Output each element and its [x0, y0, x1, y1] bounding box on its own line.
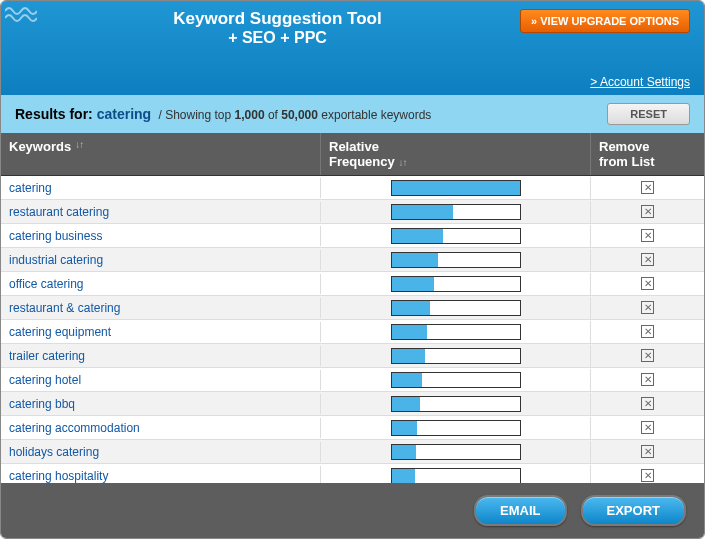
column-header-frequency[interactable]: Relative Frequency ↓↑: [321, 133, 591, 175]
remove-icon[interactable]: ✕: [641, 253, 654, 266]
remove-cell: ✕: [591, 418, 704, 437]
view-upgrade-button[interactable]: » VIEW UPGRADE OPTIONS: [520, 9, 690, 33]
remove-cell: ✕: [591, 442, 704, 461]
remove-icon[interactable]: ✕: [641, 445, 654, 458]
frequency-cell: [321, 201, 591, 223]
frequency-bar-fill: [392, 301, 430, 315]
frequency-bar-fill: [392, 181, 520, 195]
column-keywords-label: Keywords: [9, 139, 71, 154]
keyword-cell[interactable]: trailer catering: [1, 346, 321, 366]
sort-arrows-icon[interactable]: ↓↑: [398, 157, 406, 168]
app-window: Keyword Suggestion Tool + SEO + PPC » VI…: [0, 0, 705, 539]
remove-icon[interactable]: ✕: [641, 325, 654, 338]
frequency-bar-fill: [392, 205, 453, 219]
export-button[interactable]: EXPORT: [581, 495, 686, 526]
frequency-bar-fill: [392, 349, 425, 363]
frequency-bar-fill: [392, 253, 438, 267]
remove-cell: ✕: [591, 202, 704, 221]
results-term: catering: [97, 106, 151, 122]
frequency-bar-fill: [392, 469, 415, 483]
app-title: Keyword Suggestion Tool + SEO + PPC: [45, 9, 510, 47]
remove-icon[interactable]: ✕: [641, 229, 654, 242]
table-row: industrial catering✕: [1, 248, 704, 272]
keyword-cell[interactable]: catering bbq: [1, 394, 321, 414]
keyword-cell[interactable]: catering accommodation: [1, 418, 321, 438]
table-row: holidays catering✕: [1, 440, 704, 464]
keyword-cell[interactable]: restaurant & catering: [1, 298, 321, 318]
frequency-bar: [391, 276, 521, 292]
frequency-bar: [391, 324, 521, 340]
remove-cell: ✕: [591, 370, 704, 389]
column-header-keywords[interactable]: Keywords ↓↑: [1, 133, 321, 175]
keyword-cell[interactable]: industrial catering: [1, 250, 321, 270]
frequency-cell: [321, 297, 591, 319]
email-button[interactable]: EMAIL: [474, 495, 566, 526]
frequency-cell: [321, 249, 591, 271]
remove-cell: ✕: [591, 298, 704, 317]
column-freq-label1: Relative: [329, 139, 379, 154]
frequency-cell: [321, 369, 591, 391]
keyword-cell[interactable]: office catering: [1, 274, 321, 294]
remove-icon[interactable]: ✕: [641, 397, 654, 410]
frequency-bar: [391, 300, 521, 316]
keyword-cell[interactable]: catering business: [1, 226, 321, 246]
header: Keyword Suggestion Tool + SEO + PPC » VI…: [1, 1, 704, 95]
results-subtext: / Showing top 1,000 of 50,000 exportable…: [155, 108, 431, 122]
keyword-cell[interactable]: holidays catering: [1, 442, 321, 462]
frequency-cell: [321, 273, 591, 295]
remove-icon[interactable]: ✕: [641, 181, 654, 194]
frequency-cell: [321, 417, 591, 439]
frequency-cell: [321, 465, 591, 484]
column-remove-label1: Remove: [599, 139, 650, 154]
table-row: catering bbq✕: [1, 392, 704, 416]
remove-icon[interactable]: ✕: [641, 349, 654, 362]
remove-cell: ✕: [591, 322, 704, 341]
keyword-cell[interactable]: catering hospitality: [1, 466, 321, 484]
remove-icon[interactable]: ✕: [641, 277, 654, 290]
remove-cell: ✕: [591, 274, 704, 293]
keyword-cell[interactable]: catering hotel: [1, 370, 321, 390]
column-header-remove: Remove from List: [591, 133, 704, 175]
frequency-bar: [391, 348, 521, 364]
frequency-bar-fill: [392, 325, 428, 339]
frequency-bar-fill: [392, 229, 443, 243]
table-body[interactable]: catering✕restaurant catering✕catering bu…: [1, 176, 704, 483]
table-row: restaurant & catering✕: [1, 296, 704, 320]
frequency-bar-fill: [392, 445, 416, 459]
logo-wave-icon: [5, 5, 37, 25]
footer: EMAIL EXPORT: [1, 483, 704, 538]
account-settings-link[interactable]: > Account Settings: [15, 75, 690, 89]
table-row: restaurant catering✕: [1, 200, 704, 224]
remove-icon[interactable]: ✕: [641, 301, 654, 314]
remove-icon[interactable]: ✕: [641, 205, 654, 218]
sort-arrows-icon[interactable]: ↓↑: [75, 139, 83, 150]
results-label: Results for:: [15, 106, 97, 122]
keyword-cell[interactable]: catering: [1, 178, 321, 198]
frequency-bar-fill: [392, 421, 418, 435]
keyword-cell[interactable]: catering equipment: [1, 322, 321, 342]
remove-cell: ✕: [591, 250, 704, 269]
frequency-cell: [321, 321, 591, 343]
table-row: catering✕: [1, 176, 704, 200]
frequency-cell: [321, 225, 591, 247]
remove-cell: ✕: [591, 226, 704, 245]
remove-icon[interactable]: ✕: [641, 373, 654, 386]
frequency-bar: [391, 204, 521, 220]
title-line1: Keyword Suggestion Tool: [45, 9, 510, 28]
table-row: catering equipment✕: [1, 320, 704, 344]
frequency-bar-fill: [392, 277, 434, 291]
table-row: trailer catering✕: [1, 344, 704, 368]
frequency-cell: [321, 393, 591, 415]
reset-button[interactable]: RESET: [607, 103, 690, 125]
results-text: Results for: catering / Showing top 1,00…: [15, 106, 431, 122]
frequency-bar: [391, 228, 521, 244]
remove-icon[interactable]: ✕: [641, 421, 654, 434]
frequency-bar-fill: [392, 373, 423, 387]
remove-icon[interactable]: ✕: [641, 469, 654, 482]
remove-cell: ✕: [591, 466, 704, 483]
frequency-bar: [391, 420, 521, 436]
frequency-cell: [321, 345, 591, 367]
table-row: catering accommodation✕: [1, 416, 704, 440]
keyword-cell[interactable]: restaurant catering: [1, 202, 321, 222]
frequency-bar: [391, 444, 521, 460]
